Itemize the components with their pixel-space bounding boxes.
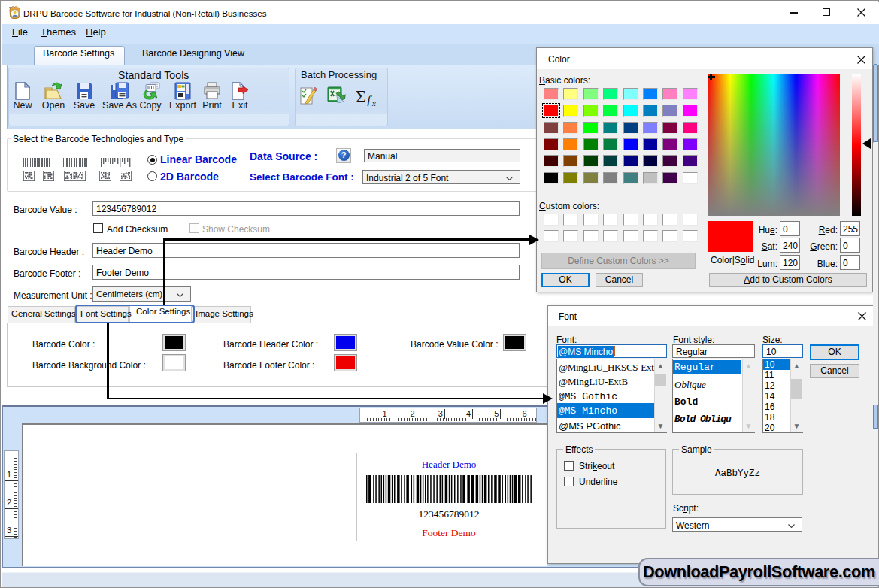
svg-text:x: x	[371, 99, 376, 106]
svg-text:f: f	[367, 93, 372, 106]
svg-text:Σ: Σ	[356, 86, 366, 106]
